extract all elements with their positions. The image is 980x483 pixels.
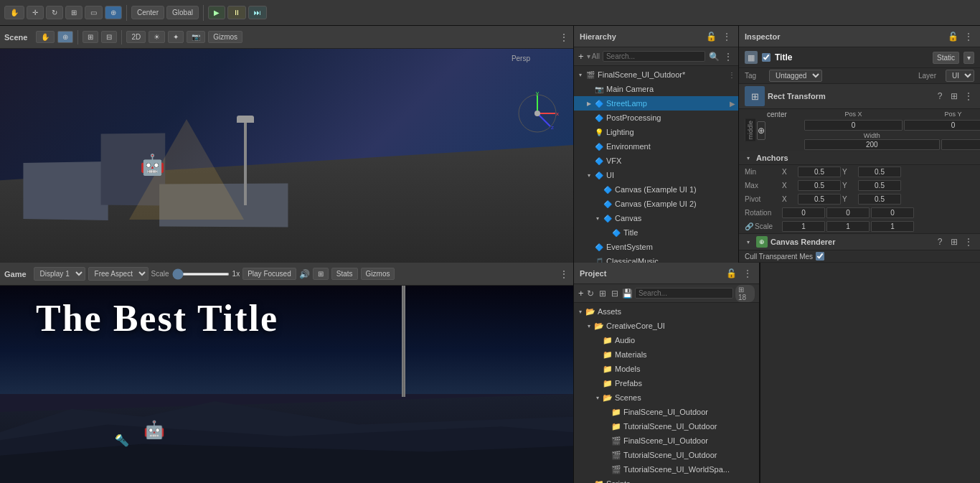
- project-item-creative-core[interactable]: ▾ 📂 CreativeCore_UI: [574, 319, 759, 333]
- anchors-section[interactable]: ▾ Anchors: [739, 151, 980, 165]
- scale-z-field[interactable]: [871, 221, 914, 232]
- project-item-scripts[interactable]: 📁 Scripts: [574, 477, 759, 483]
- insp-active-checkbox[interactable]: [762, 53, 771, 62]
- hierarchy-item-event-system[interactable]: 🔷 EventSystem: [574, 240, 738, 254]
- scene-tool-move[interactable]: ⊕: [57, 31, 73, 43]
- hierarchy-item-vfx[interactable]: 🔷 VFX: [574, 154, 738, 168]
- hierarchy-item-classical-music[interactable]: 🎵 ClassicalMusic: [574, 254, 738, 263]
- game-toolbar-dots[interactable]: ⋮: [559, 268, 569, 280]
- scale-slider[interactable]: [172, 273, 230, 276]
- pivot-x-field[interactable]: [798, 194, 841, 205]
- project-item-audio[interactable]: 📁 Audio: [574, 333, 759, 347]
- scene-tb-fx[interactable]: ✦: [168, 31, 184, 43]
- scene-tb-camera[interactable]: 📷: [187, 31, 205, 43]
- project-saved-btn[interactable]: 💾: [622, 288, 633, 299]
- rect-transform-help[interactable]: ?: [934, 90, 946, 102]
- inspector-options-btn[interactable]: ⋮: [963, 31, 974, 42]
- hierarchy-item-post-processing[interactable]: 🔷 PostProcessing: [574, 111, 738, 125]
- rect-transform-section[interactable]: ⊞ Rect Transform ? ⊞ ⋮: [739, 83, 980, 109]
- rot-z-field[interactable]: [871, 207, 914, 218]
- step-btn[interactable]: ⏭: [248, 6, 267, 19]
- hierarchy-add-btn[interactable]: +: [578, 51, 584, 62]
- move-tool-btn[interactable]: ✛: [27, 6, 44, 19]
- max-y-field[interactable]: [858, 180, 901, 191]
- project-item-models[interactable]: 📁 Models: [574, 362, 759, 376]
- min-x-field[interactable]: [798, 167, 841, 177]
- hand-tool-btn[interactable]: ✋: [4, 6, 24, 19]
- hierarchy-item-main-camera[interactable]: 📷 Main Camera: [574, 82, 738, 96]
- game-gizmos-btn[interactable]: Gizmos: [361, 268, 395, 280]
- scale-tool-btn[interactable]: ⊞: [65, 6, 83, 19]
- multi-tool-btn[interactable]: ⊕: [105, 6, 122, 19]
- game-stats-btn[interactable]: Stats: [331, 268, 358, 280]
- hierarchy-lock-btn[interactable]: 🔓: [705, 31, 717, 42]
- height-field[interactable]: [941, 139, 981, 150]
- rot-x-field[interactable]: [782, 207, 825, 218]
- cull-checkbox[interactable]: [816, 252, 824, 261]
- canvas-renderer-section[interactable]: ▾ ⊕ Canvas Renderer ? ⊞ ⋮: [739, 233, 980, 250]
- rect-tool-btn[interactable]: ▭: [85, 6, 103, 19]
- scene-toolbar-dots[interactable]: ⋮: [559, 32, 569, 43]
- canvas-renderer-options[interactable]: ⋮: [963, 236, 974, 248]
- project-bookmark-btn[interactable]: ⊟: [610, 288, 620, 299]
- insp-static-arrow[interactable]: ▾: [963, 52, 974, 64]
- project-filter-btn[interactable]: ⊞: [598, 288, 608, 299]
- project-lock-btn[interactable]: 🔓: [726, 268, 738, 279]
- game-aspect-btn[interactable]: ⊞: [313, 268, 329, 280]
- project-item-finalscene-file[interactable]: 🎬 FinalScene_UI_Outdoor: [574, 433, 759, 448]
- hierarchy-item-ui[interactable]: ▾ 🔷 UI: [574, 168, 738, 182]
- inspector-lock-btn[interactable]: 🔓: [948, 32, 958, 42]
- scene-tb-light[interactable]: ☀: [149, 31, 165, 43]
- pivot-y-field[interactable]: [858, 194, 901, 205]
- hierarchy-search-btn[interactable]: 🔍: [708, 51, 720, 62]
- pos-x-field[interactable]: [804, 120, 903, 131]
- street-lamp-overflow[interactable]: ▶: [730, 100, 735, 108]
- scale-x-field[interactable]: [782, 221, 825, 232]
- canvas-renderer-preset[interactable]: ⊞: [948, 236, 960, 248]
- tag-dropdown[interactable]: Untagged: [769, 70, 822, 82]
- project-options-btn[interactable]: ⋮: [742, 268, 753, 279]
- scene-tb-grid[interactable]: ⊞: [83, 31, 98, 43]
- pos-y-field[interactable]: [904, 120, 980, 131]
- hierarchy-item-environment[interactable]: 🔷 Environment: [574, 139, 738, 154]
- scene-tool-hand[interactable]: ✋: [36, 31, 55, 43]
- project-item-tutorialscene-file[interactable]: 🎬 TutorialScene_UI_Outdoor: [574, 448, 759, 462]
- project-refresh-btn[interactable]: ↻: [586, 288, 596, 299]
- hierarchy-options-btn[interactable]: ⋮: [721, 31, 732, 42]
- project-item-tutorialscene-folder[interactable]: 📁 TutorialScene_UI_Outdoor: [574, 419, 759, 433]
- play-focused-btn[interactable]: Play Focused: [242, 268, 296, 280]
- min-y-field[interactable]: [858, 167, 901, 177]
- hierarchy-filter-btn[interactable]: ⋮: [722, 51, 734, 62]
- rot-y-field[interactable]: [826, 207, 870, 218]
- scene-tb-snap[interactable]: ⊟: [101, 31, 117, 43]
- project-item-scenes[interactable]: ▾ 📂 Scenes: [574, 390, 759, 405]
- insp-static-btn[interactable]: Static: [933, 52, 959, 64]
- max-x-field[interactable]: [798, 180, 841, 191]
- pivot-btn[interactable]: Center: [131, 6, 164, 19]
- hierarchy-item-canvas[interactable]: ▾ 🔷 Canvas: [574, 211, 738, 225]
- project-item-prefabs[interactable]: 📁 Prefabs: [574, 376, 759, 390]
- project-add-btn[interactable]: +: [578, 288, 584, 299]
- aspect-dropdown[interactable]: Free Aspect: [88, 267, 149, 281]
- width-field[interactable]: [804, 139, 940, 150]
- scale-y-field[interactable]: [826, 221, 870, 232]
- play-btn[interactable]: ▶: [208, 6, 225, 19]
- project-item-materials[interactable]: 📁 Materials: [574, 347, 759, 362]
- rotate-tool-btn[interactable]: ↻: [46, 6, 63, 19]
- scene-tb-gizmos[interactable]: Gizmos: [208, 31, 242, 43]
- scene-tb-2d[interactable]: 2D: [126, 31, 146, 43]
- game-mute-btn[interactable]: 🔊: [299, 269, 310, 279]
- display-dropdown[interactable]: Display 1: [34, 267, 85, 281]
- hierarchy-item-street-lamp[interactable]: ▶ 🔷 StreetLamp ▶: [574, 96, 738, 111]
- project-item-tutorialscene-world[interactable]: 🎬 TutorialScene_UI_WorldSpa...: [574, 462, 759, 477]
- hierarchy-search[interactable]: [603, 51, 705, 62]
- canvas-renderer-help[interactable]: ?: [934, 236, 946, 248]
- scene-root-overflow[interactable]: ⋮: [728, 71, 735, 79]
- hierarchy-item-lighting[interactable]: 💡 Lighting: [574, 125, 738, 139]
- layer-dropdown[interactable]: UI: [946, 70, 974, 82]
- project-search[interactable]: [635, 288, 733, 299]
- anchor-preset-btn[interactable]: ⊕: [757, 121, 765, 140]
- project-item-finalscene-folder[interactable]: 📁 FinalScene_UI_Outdoor: [574, 405, 759, 419]
- rect-transform-preset[interactable]: ⊞: [948, 90, 960, 102]
- pause-btn[interactable]: ⏸: [227, 6, 246, 19]
